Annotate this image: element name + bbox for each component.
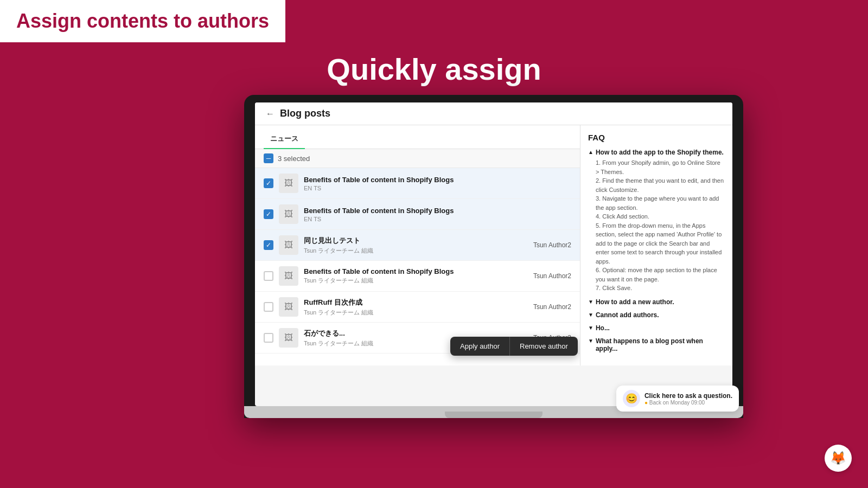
tab-news[interactable]: ニュース [264,130,305,149]
selected-count: 3 selected [278,155,310,163]
screen-content: ← Blog posts ニュース ─ 3 selected [255,102,732,365]
post-title-4: Benefits of Table of content in Shopify … [304,267,528,275]
faq-title: FAQ [588,133,725,142]
tabs: ニュース [255,125,580,149]
table-row[interactable]: 🖼 石ができる... Tsun ライターチーム 組織 Tsun Author2 … [255,323,580,354]
faq-question-text-1: How to add the app to the Shopify theme. [596,149,724,156]
table-row[interactable]: 🖼 Benefits of Table of content in Shopif… [255,261,580,292]
post-info-1: Benefits of Table of content in Shopify … [304,176,571,191]
blog-panel: ニュース ─ 3 selected ✓ 🖼 [255,125,580,365]
post-author-3: Tsun Author2 [533,241,571,249]
faq-item-4: ▼ Ho... [588,324,725,332]
table-row[interactable]: ✓ 🖼 Benefits of Table of content in Shop… [255,168,580,199]
laptop-screen: ← Blog posts ニュース ─ 3 selected [255,102,732,406]
select-all-checkbox[interactable]: ─ [264,153,273,163]
post-info-3: 同じ見出しテスト Tsun ライターチーム 組織 [304,236,528,255]
faq-question-text-3: Cannot add authors. [596,311,659,319]
faq-item-5: ▼ What happens to a blog post when apply… [588,337,725,352]
fox-logo: 🦊 [825,445,852,472]
faq-item-3: ▼ Cannot add authors. [588,311,725,319]
faq-panel: FAQ ▲ How to add the app to the Shopify … [580,125,732,365]
remove-author-button[interactable]: Remove author [510,337,578,356]
post-checkbox-6[interactable] [264,333,273,343]
screen-topbar: ← Blog posts [255,102,732,125]
post-checkbox-4[interactable] [264,271,273,281]
faq-question-1[interactable]: ▲ How to add the app to the Shopify them… [588,149,725,156]
main-heading-text: Quickly assign [0,52,868,87]
post-thumbnail-3: 🖼 [279,235,298,255]
faq-question-4[interactable]: ▼ Ho... [588,324,725,332]
post-author-5: Tsun Author2 [533,303,571,311]
faq-question-5[interactable]: ▼ What happens to a blog post when apply… [588,337,725,352]
screen-title: Blog posts [280,108,330,119]
faq-arrow-5: ▼ [588,338,593,344]
faq-arrow-1: ▲ [588,149,593,155]
post-title-5: RuffRuff 目次作成 [304,298,528,307]
main-heading-section: Quickly assign [0,52,868,87]
post-info-5: RuffRuff 目次作成 Tsun ライターチーム 組織 [304,298,528,317]
faq-question-2[interactable]: ▼ How to add a new author. [588,298,725,306]
post-meta-4: Tsun ライターチーム 組織 [304,277,528,285]
post-title-1: Benefits of Table of content in Shopify … [304,176,571,184]
title-badge: Assign contents to authors [0,0,285,42]
post-thumbnail-5: 🖼 [279,297,298,317]
faq-arrow-4: ▼ [588,325,593,331]
post-list: ✓ 🖼 Benefits of Table of content in Shop… [255,168,580,354]
post-info-4: Benefits of Table of content in Shopify … [304,267,528,285]
post-checkbox-2[interactable]: ✓ [264,209,273,219]
table-row[interactable]: ✓ 🖼 同じ見出しテスト Tsun ライターチーム 組織 Tsun Author… [255,230,580,261]
faq-question-text-2: How to add a new author. [596,298,674,306]
post-title-2: Benefits of Table of content in Shopify … [304,207,571,215]
post-meta-2: EN TS [304,216,571,222]
post-thumbnail-6: 🖼 [279,328,298,348]
faq-answer-1: 1. From your Shopify admin, go to Online… [588,158,725,293]
post-info-2: Benefits of Table of content in Shopify … [304,207,571,222]
laptop-wrapper: ← Blog posts ニュース ─ 3 selected [152,95,835,477]
back-arrow-icon[interactable]: ← [266,109,275,119]
table-row[interactable]: ✓ 🖼 Benefits of Table of content in Shop… [255,199,580,230]
faq-item-2: ▼ How to add a new author. [588,298,725,306]
faq-arrow-3: ▼ [588,312,593,318]
faq-question-text-5: What happens to a blog post when apply..… [596,337,725,352]
faq-question-text-4: Ho... [596,324,610,332]
post-checkbox-5[interactable] [264,302,273,312]
screen-main: ニュース ─ 3 selected ✓ 🖼 [255,125,732,365]
post-meta-3: Tsun ライターチーム 組織 [304,247,528,255]
table-row[interactable]: 🖼 RuffRuff 目次作成 Tsun ライターチーム 組織 Tsun Aut… [255,292,580,323]
post-meta-1: EN TS [304,185,571,191]
post-author-4: Tsun Author2 [533,272,571,280]
post-thumbnail-4: 🖼 [279,266,298,286]
laptop-stand [445,412,542,418]
post-checkbox-3[interactable]: ✓ [264,240,273,250]
faq-arrow-2: ▼ [588,299,593,305]
context-menu: Apply author Remove author [450,337,578,356]
laptop: ← Blog posts ニュース ─ 3 selected [244,95,743,418]
faq-item-1: ▲ How to add the app to the Shopify them… [588,149,725,293]
selected-bar: ─ 3 selected [255,149,580,168]
post-meta-5: Tsun ライターチーム 組織 [304,309,528,317]
post-title-3: 同じ見出しテスト [304,236,528,246]
title-text: Assign contents to authors [16,10,269,33]
post-checkbox-1[interactable]: ✓ [264,178,273,188]
apply-author-button[interactable]: Apply author [450,337,509,356]
post-thumbnail-2: 🖼 [279,204,298,224]
post-thumbnail-1: 🖼 [279,174,298,193]
faq-question-3[interactable]: ▼ Cannot add authors. [588,311,725,319]
